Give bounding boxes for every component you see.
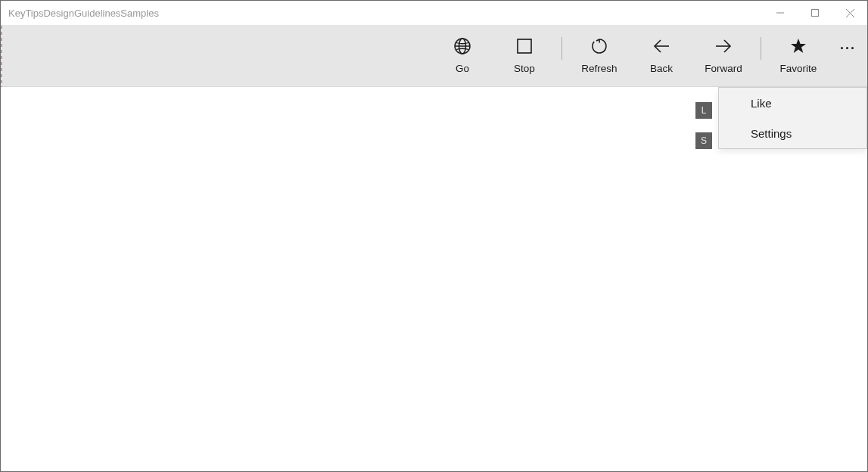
close-icon	[846, 9, 854, 17]
back-button[interactable]: Back	[630, 25, 692, 86]
svg-marker-10	[791, 39, 806, 53]
back-arrow-icon	[652, 37, 670, 55]
go-label: Go	[456, 63, 469, 74]
globe-icon	[453, 37, 471, 55]
favorite-label: Favorite	[780, 63, 817, 74]
menu-item-settings-label: Settings	[751, 127, 792, 140]
commandbar: Go Stop Refresh	[1, 25, 867, 87]
overflow-button[interactable]	[829, 17, 864, 79]
overflow-menu: Like Settings	[718, 87, 867, 149]
command-group-fav: Favorite	[767, 25, 829, 86]
favorite-button[interactable]: Favorite	[767, 25, 829, 86]
refresh-icon	[590, 37, 608, 55]
command-group-nav1: Go Stop	[431, 25, 555, 86]
forward-label: Forward	[705, 63, 742, 74]
more-icon	[841, 47, 854, 49]
menu-item-like-label: Like	[751, 97, 772, 110]
maximize-button[interactable]	[798, 1, 832, 25]
keytip-settings: S	[695, 132, 712, 149]
go-button[interactable]: Go	[431, 25, 493, 86]
command-group-nav2: Refresh Back Forward	[568, 25, 754, 86]
svg-rect-1	[812, 10, 819, 17]
stop-icon	[515, 37, 534, 55]
forward-arrow-icon	[714, 37, 733, 55]
stop-button[interactable]: Stop	[493, 25, 555, 86]
refresh-label: Refresh	[581, 63, 617, 74]
separator-1	[562, 37, 562, 60]
content-area: L S Like Settings	[1, 87, 867, 471]
back-label: Back	[650, 63, 673, 74]
star-icon	[789, 37, 807, 55]
maximize-icon	[811, 9, 819, 17]
titlebar: KeyTipsDesignGuidelinesSamples	[1, 1, 867, 25]
separator-2	[761, 37, 761, 60]
stop-label: Stop	[514, 63, 535, 74]
menu-item-like[interactable]: Like	[719, 88, 866, 118]
minimize-button[interactable]	[763, 1, 798, 25]
forward-button[interactable]: Forward	[692, 25, 754, 86]
minimize-icon	[776, 9, 784, 17]
menu-item-settings[interactable]: Settings	[719, 118, 866, 148]
keytip-like: L	[695, 102, 712, 119]
window-title: KeyTipsDesignGuidelinesSamples	[8, 8, 159, 19]
svg-rect-7	[518, 39, 531, 53]
refresh-button[interactable]: Refresh	[568, 25, 630, 86]
